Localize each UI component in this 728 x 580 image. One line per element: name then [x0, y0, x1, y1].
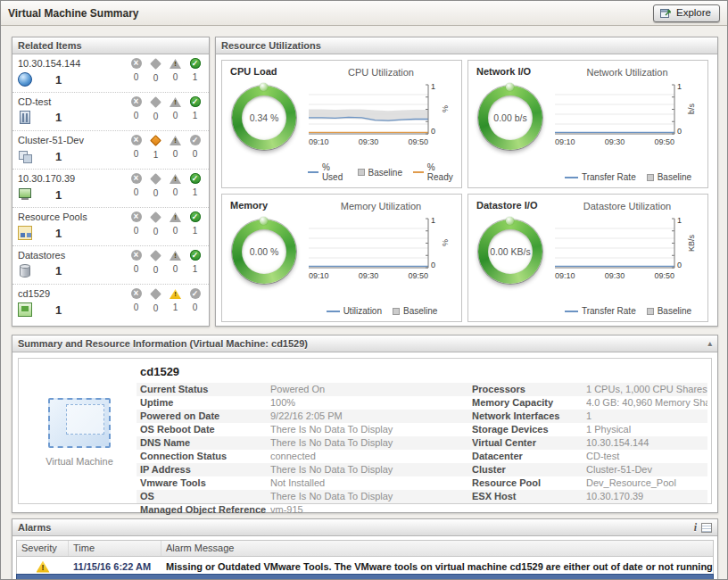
- warning-status-icon: [170, 59, 181, 69]
- warning-count: 0: [173, 111, 178, 120]
- col-time[interactable]: Time: [69, 541, 161, 556]
- x-tick: 09:50: [654, 137, 674, 146]
- fatal-status-icon: [131, 173, 142, 184]
- chart-title: Datastore Utilization: [554, 201, 700, 211]
- prop-label: Vmware Tools: [136, 476, 270, 490]
- cpu-load-gauge[interactable]: 0.34 %: [232, 86, 296, 150]
- datastore-utilization-chart[interactable]: [554, 216, 675, 269]
- prop-value: 10.30.170.39: [586, 490, 707, 503]
- x-tick: 09:30: [605, 271, 625, 280]
- info-icon[interactable]: i: [694, 521, 697, 534]
- normal-count: 1: [193, 72, 198, 82]
- critical-count: 0: [153, 227, 159, 236]
- related-item-name[interactable]: 10.30.170.39: [18, 172, 75, 185]
- y-tick-max: 1: [677, 82, 685, 91]
- fatal-status-icon: [131, 135, 142, 145]
- related-item-count[interactable]: 1: [55, 150, 62, 163]
- prop-value: 4.0 GB: 40,960 Memory Share: [586, 396, 707, 410]
- table-options-icon[interactable]: [701, 523, 712, 533]
- gauge-label: Datastore I/O: [476, 200, 537, 211]
- chart-legend: % Used Baseline % Ready: [308, 162, 456, 182]
- critical-count: 0: [153, 265, 159, 275]
- col-message[interactable]: Alarm Message: [161, 541, 713, 556]
- related-item-name[interactable]: CD-test: [18, 95, 62, 108]
- related-item-count[interactable]: 1: [55, 303, 62, 317]
- critical-status-icon: [150, 173, 161, 185]
- normal-count: 1: [193, 226, 198, 236]
- gauge-value: 0.00 b/s: [493, 112, 526, 123]
- col-severity[interactable]: Severity: [17, 541, 69, 556]
- gauge-value: 0.00 %: [250, 246, 279, 257]
- fatal-status-icon: [131, 96, 142, 107]
- legend-label: Baseline: [658, 306, 691, 316]
- host-icon: [18, 187, 32, 202]
- resource-utilizations-header: Resource Utilizations: [216, 37, 717, 54]
- critical-count: 0: [153, 73, 159, 83]
- legend-line-swatch: [327, 311, 340, 312]
- prop-label: Cluster: [468, 463, 586, 476]
- network-io-gauge[interactable]: 0.00 b/s: [478, 86, 542, 150]
- warning-count: 0: [173, 264, 178, 274]
- related-item-row[interactable]: Cluster-51-Dev 1 0 1 0 0: [12, 131, 209, 170]
- prop-label: Storage Devices: [468, 423, 586, 436]
- related-item-row[interactable]: 10.30.154.144 1 0 0 0 1: [12, 54, 209, 93]
- prop-label: Processors: [468, 383, 586, 396]
- related-item-count[interactable]: 1: [55, 264, 62, 278]
- resource-pool-icon: [18, 226, 32, 240]
- fatal-count: 0: [134, 187, 139, 197]
- memory-tile: Memory Memory Utilization 0.00 % 10 % 09…: [221, 194, 462, 322]
- datastore-io-gauge[interactable]: 0.00 KB/s: [478, 220, 542, 284]
- related-item-count[interactable]: 1: [55, 73, 62, 87]
- collapse-icon[interactable]: ▴: [707, 339, 712, 348]
- prop-label: ESX Host: [468, 490, 586, 503]
- warning-count: 0: [173, 226, 178, 236]
- resource-utilizations-panel: Resource Utilizations CPU Load CPU Utili…: [215, 37, 718, 327]
- chart-legend: Utilization Baseline: [308, 306, 456, 316]
- alarm-time: 11/15/16 6:22 AM: [69, 561, 161, 572]
- x-tick: 09:10: [555, 271, 575, 280]
- related-item-row[interactable]: cd1529 1 0 0 1 0: [12, 285, 209, 323]
- related-items-panel: Related Items 10.30.154.144 1 0 0 0 1 CD…: [12, 37, 210, 327]
- related-item-count[interactable]: 1: [55, 227, 62, 240]
- related-item-name[interactable]: cd1529: [18, 287, 62, 300]
- normal-count: 0: [193, 149, 198, 159]
- legend-label: % Ready: [427, 162, 456, 182]
- memory-gauge[interactable]: 0.00 %: [232, 220, 296, 284]
- critical-count: 0: [153, 112, 159, 121]
- entity-caption: Virtual Machine: [46, 456, 113, 467]
- related-item-row[interactable]: 10.30.170.39 1 0 0 0 1: [12, 170, 209, 208]
- warning-count: 1: [173, 302, 178, 312]
- legend-label: Baseline: [368, 168, 402, 178]
- summary-header: Summary and Resource Information (Virtua…: [12, 336, 717, 352]
- prop-value: 1 Physical: [586, 423, 707, 436]
- normal-status-icon: [190, 135, 201, 145]
- related-item-row[interactable]: CD-test 1 0 0 0 1: [12, 93, 209, 131]
- alarms-scrollbar[interactable]: [16, 574, 714, 580]
- prop-value: Not Installed: [270, 476, 468, 490]
- related-item-row[interactable]: Datastores 1 0 0 0 1: [12, 246, 209, 285]
- normal-status-icon: [190, 96, 201, 107]
- normal-count: 1: [193, 111, 198, 120]
- x-tick: 09:10: [309, 137, 329, 146]
- network-utilization-chart[interactable]: [554, 82, 675, 136]
- related-item-count[interactable]: 1: [55, 111, 62, 124]
- cpu-utilization-chart[interactable]: [308, 82, 429, 136]
- prop-value: There Is No Data To Display: [270, 436, 468, 450]
- y-tick-min: 0: [677, 261, 685, 269]
- related-item-name[interactable]: Datastores: [18, 249, 65, 261]
- normal-status-icon: [190, 250, 201, 261]
- resource-utilizations-title: Resource Utilizations: [221, 40, 321, 51]
- y-axis-unit: KB/s: [685, 216, 697, 269]
- vm-summary-page: Virtual Machine Summary Explore Related …: [0, 0, 728, 580]
- related-item-row[interactable]: Resource Pools 1 0 0 0 1: [12, 208, 209, 246]
- related-item-name[interactable]: Cluster-51-Dev: [18, 134, 84, 146]
- y-axis-unit: %: [439, 216, 451, 269]
- explore-button[interactable]: Explore: [653, 4, 720, 22]
- related-item-count[interactable]: 1: [55, 188, 62, 202]
- memory-utilization-chart[interactable]: [308, 216, 429, 269]
- virtual-machine-icon: [48, 398, 111, 448]
- x-tick: 09:50: [408, 137, 428, 146]
- cluster-icon: [18, 149, 32, 163]
- related-item-name[interactable]: Resource Pools: [18, 211, 87, 223]
- related-item-name[interactable]: 10.30.154.144: [18, 57, 80, 70]
